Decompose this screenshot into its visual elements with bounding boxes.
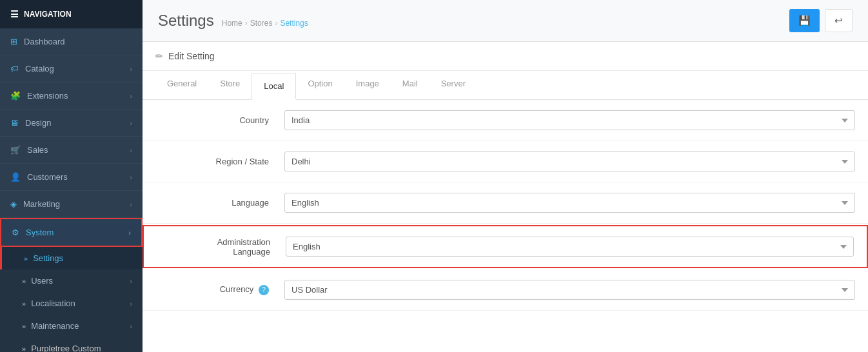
chevron-right-icon: ›	[128, 229, 131, 237]
sidebar-item-system[interactable]: ⚙ System ›	[0, 218, 143, 247]
breadcrumb-sep: ›	[245, 19, 248, 28]
chevron-right-icon: ›	[130, 146, 132, 154]
sidebar-item-sales[interactable]: 🛒 Sales ›	[0, 137, 143, 164]
sidebar-sub-item-purpletree[interactable]: » Purpletree Custom	[0, 337, 143, 352]
settings-content: ✏ Edit Setting General Store Local Optio…	[143, 42, 868, 352]
sidebar-label-catalog: Catalog	[25, 64, 54, 73]
sidebar: ☰ NAVIGATION ⊞ Dashboard 🏷 Catalog › 🧩 E…	[0, 0, 143, 352]
sidebar-sub-label-maintenance: Maintenance	[31, 321, 79, 331]
chevron-right-icon: ›	[130, 119, 132, 127]
tab-mail[interactable]: Mail	[391, 71, 429, 100]
hamburger-icon: ☰	[10, 9, 19, 19]
sidebar-item-marketing[interactable]: ◈ Marketing ›	[0, 191, 143, 218]
currency-select[interactable]: US Dollar Euro GBP	[284, 280, 855, 300]
nav-header: ☰ NAVIGATION	[0, 0, 143, 28]
sidebar-sub-item-users[interactable]: » Users ›	[0, 269, 143, 292]
sidebar-label-marketing: Marketing	[23, 199, 60, 209]
form-row-language: Language English French Spanish	[143, 182, 868, 224]
sidebar-label-system: System	[26, 228, 54, 237]
chevron-right-icon: ›	[130, 277, 132, 285]
form-row-region: Region / State Delhi Mumbai Bangalore	[143, 141, 868, 182]
sub-arrow-icon: »	[24, 255, 28, 262]
tab-option[interactable]: Option	[296, 71, 344, 100]
country-select[interactable]: India United States United Kingdom	[284, 110, 855, 130]
tab-image[interactable]: Image	[344, 71, 391, 100]
catalog-icon: 🏷	[10, 64, 19, 73]
sales-icon: 🛒	[10, 145, 21, 155]
dashboard-icon: ⊞	[10, 37, 17, 46]
currency-label: Currency ?	[155, 284, 284, 295]
page-title: Settings	[158, 12, 214, 30]
sidebar-item-extensions[interactable]: 🧩 Extensions ›	[0, 83, 143, 110]
sidebar-label-design: Design	[25, 118, 51, 128]
breadcrumb-stores[interactable]: Stores	[250, 19, 273, 28]
form-row-country: Country India United States United Kingd…	[143, 100, 868, 141]
chevron-right-icon: ›	[130, 200, 132, 208]
back-button[interactable]: ↩	[825, 9, 853, 32]
breadcrumb-area: Settings Home › Stores › Settings	[158, 12, 308, 30]
sidebar-sub-label-settings: Settings	[33, 253, 63, 263]
sidebar-label-customers: Customers	[27, 172, 68, 182]
chevron-right-icon: ›	[130, 322, 132, 330]
breadcrumb-home[interactable]: Home	[222, 19, 242, 28]
chevron-right-icon: ›	[130, 300, 132, 308]
language-select[interactable]: English French Spanish	[284, 193, 855, 213]
sub-arrow-icon: »	[22, 345, 26, 353]
nav-label: NAVIGATION	[24, 10, 72, 19]
tab-general[interactable]: General	[155, 71, 208, 100]
sub-arrow-icon: »	[22, 277, 26, 285]
sidebar-item-dashboard[interactable]: ⊞ Dashboard	[0, 28, 143, 55]
sidebar-sub-item-maintenance[interactable]: » Maintenance ›	[0, 315, 143, 337]
admin-language-select[interactable]: English French Spanish	[286, 237, 854, 257]
tab-store[interactable]: Store	[208, 71, 252, 100]
pencil-icon: ✏	[155, 51, 163, 61]
sidebar-label-dashboard: Dashboard	[24, 37, 65, 46]
region-select[interactable]: Delhi Mumbai Bangalore	[284, 152, 855, 171]
sidebar-sub-label-localisation: Localisation	[31, 298, 75, 308]
form-row-admin-language: AdministrationLanguage English French Sp…	[143, 225, 868, 268]
save-button[interactable]: 💾	[789, 9, 820, 32]
header-actions: 💾 ↩	[789, 9, 853, 32]
sidebar-sub-label-purpletree: Purpletree Custom	[31, 344, 101, 352]
extensions-icon: 🧩	[10, 91, 21, 101]
chevron-right-icon: ›	[130, 173, 132, 181]
chevron-right-icon: ›	[130, 65, 132, 73]
admin-language-label: AdministrationLanguage	[157, 237, 286, 257]
breadcrumb-settings: Settings	[280, 19, 308, 28]
breadcrumb-sep2: ›	[275, 19, 277, 28]
country-label: Country	[155, 115, 284, 125]
sub-arrow-icon: »	[22, 300, 26, 308]
marketing-icon: ◈	[10, 199, 17, 209]
sidebar-sub-item-settings[interactable]: » Settings	[0, 247, 143, 269]
design-icon: 🖥	[10, 118, 19, 128]
sidebar-sub-item-localisation[interactable]: » Localisation ›	[0, 292, 143, 315]
breadcrumb: Home › Stores › Settings	[222, 19, 308, 28]
system-icon: ⚙	[12, 228, 19, 237]
edit-setting-title: Edit Setting	[168, 51, 215, 61]
language-label: Language	[155, 198, 284, 208]
sidebar-item-design[interactable]: 🖥 Design ›	[0, 110, 143, 137]
top-header: Settings Home › Stores › Settings 💾 ↩	[143, 0, 868, 42]
tab-local[interactable]: Local	[252, 73, 296, 100]
sidebar-label-sales: Sales	[27, 145, 48, 155]
edit-setting-header: ✏ Edit Setting	[143, 42, 868, 71]
chevron-right-icon: ›	[130, 92, 132, 100]
region-label: Region / State	[155, 157, 284, 166]
tab-server[interactable]: Server	[429, 71, 477, 100]
info-icon[interactable]: ?	[259, 285, 269, 295]
main-content: Settings Home › Stores › Settings 💾 ↩ ✏ …	[143, 0, 868, 352]
settings-tabs: General Store Local Option Image Mail Se…	[143, 71, 868, 100]
sidebar-label-extensions: Extensions	[27, 91, 68, 101]
sidebar-item-catalog[interactable]: 🏷 Catalog ›	[0, 55, 143, 83]
sidebar-sub-label-users: Users	[31, 276, 53, 286]
sidebar-item-customers[interactable]: 👤 Customers ›	[0, 164, 143, 191]
form-row-currency: Currency ? US Dollar Euro GBP	[143, 269, 868, 311]
sub-arrow-icon: »	[22, 322, 26, 330]
form-section: Country India United States United Kingd…	[143, 100, 868, 311]
customers-icon: 👤	[10, 172, 21, 182]
